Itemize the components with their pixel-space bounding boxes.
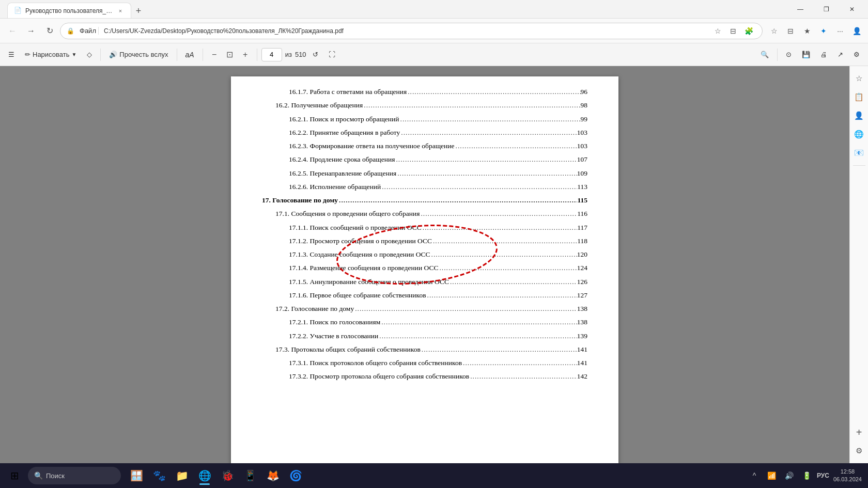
- toc-entry-14[interactable]: 17.1.5. Аннулирование сообщения о провед…: [262, 277, 587, 287]
- toc-entry-15[interactable]: 17.1.6. Первое общее собрание собственни…: [262, 290, 587, 301]
- collections-button[interactable]: ⊟: [726, 24, 740, 38]
- copilot-button[interactable]: ✦: [816, 24, 831, 38]
- zoom-in-button[interactable]: +: [238, 48, 253, 62]
- draw-button[interactable]: ✏ Нарисовать ▼: [21, 47, 81, 62]
- browser-favorites-button[interactable]: ★: [800, 24, 814, 38]
- tray-network-icon[interactable]: 📶: [764, 468, 780, 483]
- toc-entry-12[interactable]: 17.1.3. Создание сообщения о проведении …: [262, 249, 587, 260]
- toc-page-20: 141: [577, 358, 587, 368]
- sidebar-web-btn[interactable]: 🌐: [851, 126, 867, 143]
- toc-entry-1[interactable]: 16.2. Полученные обращения..............…: [262, 100, 587, 111]
- pdf-settings-button[interactable]: ⚙: [849, 47, 864, 62]
- tab-bar: 📄 Руководство пользователя_ЛК × +: [4, 0, 788, 18]
- start-button[interactable]: ⊞: [4, 465, 25, 486]
- draw-icon: ✏: [25, 51, 30, 58]
- toc-entry-21[interactable]: 17.3.2. Просмотр протокола общего собран…: [262, 371, 587, 382]
- sidebar-add-btn[interactable]: +: [851, 424, 867, 440]
- forward-button[interactable]: →: [23, 23, 39, 39]
- toc-entry-18[interactable]: 17.2.2. Участие в голосовании...........…: [262, 331, 587, 341]
- toc-entry-6[interactable]: 16.2.5. Перенаправление обращения.......…: [262, 168, 587, 179]
- favorites-button[interactable]: ☆: [767, 24, 781, 38]
- font-size-label: аА: [185, 51, 194, 59]
- taskbar-app-explorer[interactable]: 📁: [172, 465, 192, 486]
- sidebar-collections-btn[interactable]: 📋: [851, 89, 867, 105]
- taskbar-app-debug[interactable]: 🐞: [217, 465, 238, 486]
- immersive-button[interactable]: ⊙: [782, 47, 796, 62]
- taskbar-app-windows[interactable]: 🪟: [126, 465, 147, 486]
- rotate-button[interactable]: ↺: [308, 47, 322, 62]
- maximize-button[interactable]: ❐: [814, 0, 838, 19]
- toc-text-19: 17.3. Протоколы общих собраний собственн…: [275, 344, 421, 355]
- more-button[interactable]: ···: [833, 24, 847, 38]
- search-pdf-button[interactable]: 🔍: [756, 47, 773, 62]
- extensions-button[interactable]: 🧩: [741, 24, 756, 38]
- eraser-button[interactable]: ◇: [83, 47, 96, 62]
- toc-entry-16[interactable]: 17.2. Голосование по дому...............…: [262, 304, 587, 314]
- tab-close-button[interactable]: ×: [116, 7, 125, 15]
- toc-entry-0[interactable]: 16.1.7. Работа с ответами на обращения..…: [262, 87, 587, 97]
- address-bar: ← → ↻ 🔒 Файл C:/Users/UK-Zvezda/Desktop/…: [0, 19, 868, 43]
- new-tab-button[interactable]: +: [131, 4, 146, 18]
- tray-clock[interactable]: 12:58 06.03.2024: [831, 468, 864, 484]
- toc-page-19: 141: [577, 344, 587, 355]
- tray-battery-icon[interactable]: 🔋: [799, 468, 815, 483]
- taskbar-app-yandex[interactable]: 🌀: [285, 465, 306, 486]
- toc-entry-13[interactable]: 17.1.4. Размещение сообщения о проведени…: [262, 263, 587, 273]
- toc-entry-3[interactable]: 16.2.2. Принятие обращения в работу.....…: [262, 128, 587, 138]
- toc-entry-19[interactable]: 17.3. Протоколы общих собраний собственн…: [262, 344, 587, 355]
- taskbar-app-game[interactable]: 🐾: [149, 465, 169, 486]
- toc-entry-20[interactable]: 17.3.1. Поиск протоколов общего собрания…: [262, 358, 587, 368]
- profile-button[interactable]: 👤: [849, 24, 864, 38]
- fullscreen-button[interactable]: ⛶: [324, 47, 339, 62]
- print-button[interactable]: 🖨: [816, 47, 831, 62]
- taskbar: ⊞ 🔍 Поиск 🪟 🐾 📁 🌐 🐞 📱: [0, 463, 868, 488]
- star-button[interactable]: ☆: [710, 24, 725, 38]
- sidebar-profile-btn[interactable]: 👤: [851, 107, 867, 124]
- toc-entry-4[interactable]: 16.2.3. Формирование ответа на полученно…: [262, 141, 587, 151]
- eraser-icon: ◇: [87, 51, 92, 58]
- browser-tab-active[interactable]: 📄 Руководство пользователя_ЛК ×: [7, 3, 131, 18]
- sidebar-settings-btn[interactable]: ⚙: [851, 443, 867, 459]
- outline-button[interactable]: ☰: [4, 47, 19, 62]
- toc-text-9: 17.1. Сообщения о проведении общего собр…: [275, 209, 420, 219]
- clock-date: 06.03.2024: [833, 476, 862, 483]
- font-size-button[interactable]: аА: [181, 47, 198, 62]
- zoom-out-button[interactable]: −: [207, 48, 222, 62]
- taskbar-app-phone[interactable]: 📱: [240, 465, 260, 486]
- tray-expand-button[interactable]: ^: [747, 468, 762, 483]
- taskbar-search[interactable]: 🔍 Поиск: [28, 467, 121, 484]
- draw-chevron-icon: ▼: [71, 52, 76, 57]
- toc-entry-7[interactable]: 16.2.6. Исполнение обращений............…: [262, 182, 587, 192]
- sidebar-mail-btn[interactable]: 📧: [851, 145, 867, 161]
- lock-icon: 🔒: [67, 27, 74, 35]
- save-pdf-button[interactable]: 💾: [798, 47, 814, 62]
- toc-dots-17: ........................................…: [380, 317, 577, 327]
- split-view-button[interactable]: ⊟: [783, 24, 798, 38]
- toc-text-3: 16.2.2. Принятие обращения в работу: [289, 128, 400, 138]
- toc-entry-9[interactable]: 17.1. Сообщения о проведении общего собр…: [262, 209, 587, 219]
- toc-entry-8[interactable]: 17. Голосование по дому.................…: [262, 195, 587, 206]
- window-controls: — ❐ ✕: [788, 0, 864, 19]
- read-aloud-button[interactable]: 🔊 Прочесть вслух: [105, 47, 172, 62]
- toc-text-0: 16.1.7. Работа с ответами на обращения: [289, 87, 407, 97]
- refresh-button[interactable]: ↻: [41, 23, 58, 39]
- toc-entry-10[interactable]: 17.1.1. Поиск сообщений о проведении ОСС…: [262, 223, 587, 233]
- toc-entry-5[interactable]: 16.2.4. Продление срока обращения.......…: [262, 154, 587, 165]
- tray-language[interactable]: РУС: [817, 472, 829, 479]
- address-box[interactable]: 🔒 Файл C:/Users/UK-Zvezda/Desktop/Руково…: [60, 23, 763, 39]
- minimize-button[interactable]: —: [788, 0, 812, 19]
- zoom-fit-button[interactable]: ⊡: [223, 48, 237, 62]
- toc-dots-18: ........................................…: [378, 331, 577, 341]
- page-number-input[interactable]: [261, 48, 282, 61]
- toc-entry-11[interactable]: 17.1.2. Просмотр сообщения о проведении …: [262, 236, 587, 246]
- close-button[interactable]: ✕: [840, 0, 864, 19]
- toc-entry-17[interactable]: 17.2.1. Поиск по голосованиям...........…: [262, 317, 587, 327]
- tray-volume-icon[interactable]: 🔊: [782, 468, 797, 483]
- back-button[interactable]: ←: [4, 23, 21, 39]
- sidebar-favorites-btn[interactable]: ☆: [851, 70, 867, 87]
- taskbar-app-edge[interactable]: 🌐: [194, 465, 215, 486]
- taskbar-app-photoshop[interactable]: 🦊: [262, 465, 283, 486]
- toc-entry-2[interactable]: 16.2.1. Поиск и просмотр обращений......…: [262, 114, 587, 124]
- toc-text-12: 17.1.3. Создание сообщения о проведении …: [289, 249, 430, 260]
- share-button[interactable]: ↗: [833, 47, 847, 62]
